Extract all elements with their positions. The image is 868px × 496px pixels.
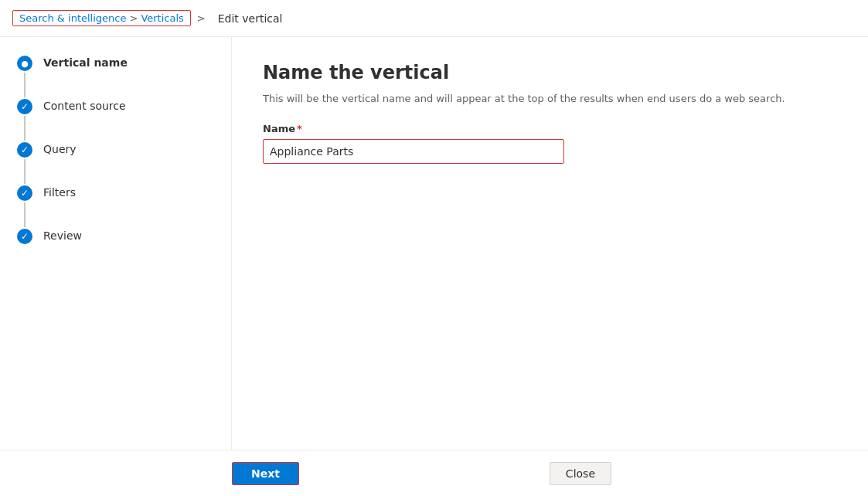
content-description: This will be the vertical name and will … — [263, 93, 804, 104]
main-area: ● Vertical name ✓ Content source — [0, 37, 868, 450]
sidebar-item-vertical-name[interactable]: ● Vertical name — [0, 56, 231, 99]
breadcrumb-box: Search & intelligence > Verticals — [12, 10, 191, 26]
close-button[interactable]: Close — [550, 462, 611, 485]
checkmark-2: ✓ — [21, 101, 29, 112]
sidebar-item-review[interactable]: ✓ Review — [0, 229, 231, 270]
field-label-name: Name* — [263, 123, 837, 134]
step-line-4 — [24, 202, 26, 227]
step-line-1 — [24, 73, 26, 97]
step-label-query: Query — [43, 142, 77, 183]
checkmark-3: ✓ — [21, 144, 29, 155]
sidebar-item-query[interactable]: ✓ Query — [0, 142, 231, 185]
step-circle-1: ● — [17, 56, 32, 71]
required-indicator: * — [297, 123, 302, 134]
step-label-review: Review — [43, 229, 82, 270]
step-circle-4: ✓ — [17, 185, 32, 201]
next-button[interactable]: Next — [232, 462, 299, 485]
step-circle-2: ✓ — [17, 99, 32, 114]
breadcrumb-sep-2: > — [197, 12, 206, 24]
checkmark-4: ✓ — [21, 188, 29, 199]
step-circle-5: ✓ — [17, 229, 32, 244]
content-area: Name the vertical This will be the verti… — [232, 37, 868, 450]
step-circle-3: ✓ — [17, 142, 32, 158]
breadcrumb-sep-1: > — [129, 12, 138, 24]
sidebar: ● Vertical name ✓ Content source — [0, 37, 232, 450]
step-dot-1: ● — [21, 59, 29, 69]
footer: Next Close — [0, 450, 868, 496]
sidebar-item-filters[interactable]: ✓ Filters — [0, 185, 231, 229]
step-line-2 — [24, 116, 26, 141]
step-label-vertical-name: Vertical name — [43, 56, 128, 97]
step-line-3 — [24, 159, 26, 184]
checkmark-5: ✓ — [21, 231, 29, 242]
page-title: Edit vertical — [218, 12, 283, 25]
breadcrumb-link-verticals[interactable]: Verticals — [141, 12, 183, 24]
step-label-content-source: Content source — [43, 99, 126, 140]
step-label-filters: Filters — [43, 185, 76, 226]
header: Search & intelligence > Verticals > Edit… — [0, 0, 868, 37]
breadcrumb-link-search-intelligence[interactable]: Search & intelligence — [19, 12, 126, 24]
name-input[interactable] — [263, 139, 564, 164]
sidebar-item-content-source[interactable]: ✓ Content source — [0, 99, 231, 142]
content-title: Name the vertical — [263, 62, 837, 83]
footer-right: Close — [550, 462, 636, 485]
